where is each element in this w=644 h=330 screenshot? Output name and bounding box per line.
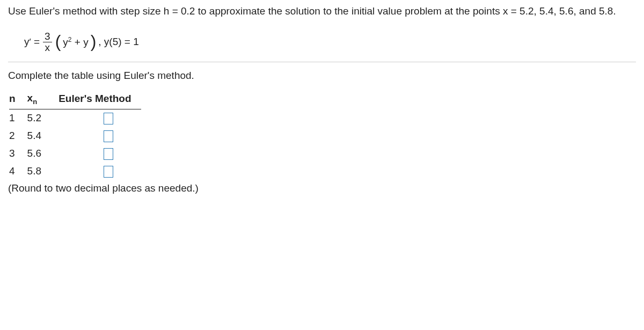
cell-n: 4 <box>9 163 27 180</box>
open-paren: ( <box>55 34 61 49</box>
cell-n: 1 <box>9 109 27 127</box>
cell-xn: 5.2 <box>27 109 59 127</box>
answer-input-1[interactable] <box>104 113 113 124</box>
cell-n: 3 <box>9 145 27 163</box>
close-paren: ) <box>91 34 97 49</box>
fraction-denominator: x <box>43 42 52 53</box>
euler-table: n xn Euler's Method 1 5.2 2 5.4 3 5.6 4 … <box>9 90 141 180</box>
cell-em <box>58 109 141 127</box>
cell-em <box>58 127 141 145</box>
col-header-xn: xn <box>27 90 59 109</box>
table-row: 1 5.2 <box>9 109 141 127</box>
eq-term: y2 + y <box>63 36 88 48</box>
answer-input-2[interactable] <box>104 130 113 142</box>
table-row: 2 5.4 <box>9 127 141 145</box>
eq-tail: , y(5) = 1 <box>98 36 139 48</box>
answer-input-3[interactable] <box>104 148 113 160</box>
instruction-text: Complete the table using Euler's method. <box>8 70 636 82</box>
cell-em <box>58 145 141 163</box>
cell-xn: 5.6 <box>27 145 59 163</box>
table-row: 4 5.8 <box>9 163 141 180</box>
cell-em <box>58 163 141 180</box>
col-header-n: n <box>9 90 27 109</box>
eq-lhs: y′ = <box>24 36 40 48</box>
fraction: 3 x <box>43 31 52 53</box>
equation: y′ = 3 x ( y2 + y ) , y(5) = 1 <box>8 28 636 62</box>
cell-xn: 5.8 <box>27 163 59 180</box>
cell-n: 2 <box>9 127 27 145</box>
rounding-note: (Round to two decimal places as needed.) <box>8 182 636 194</box>
fraction-numerator: 3 <box>43 31 52 42</box>
col-header-em: Euler's Method <box>58 90 141 109</box>
problem-statement: Use Euler's method with step size h = 0.… <box>8 5 636 17</box>
cell-xn: 5.4 <box>27 127 59 145</box>
answer-input-4[interactable] <box>104 166 113 178</box>
table-row: 3 5.6 <box>9 145 141 163</box>
